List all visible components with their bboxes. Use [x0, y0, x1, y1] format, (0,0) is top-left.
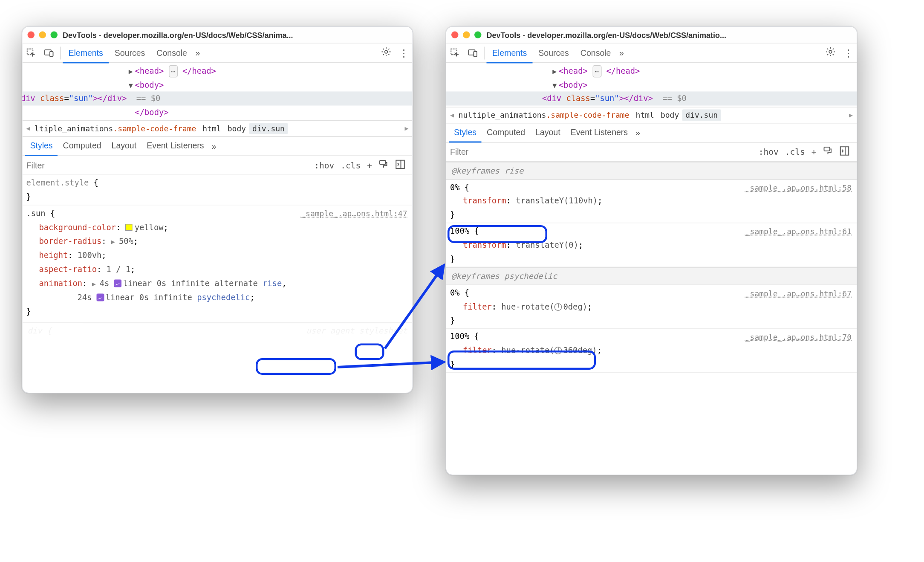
breadcrumb[interactable]: ◀ nultiple_animations.sample-code-frame … [446, 107, 857, 123]
subtab-listeners[interactable]: Event Listeners [141, 136, 209, 156]
rule-element-style[interactable]: element.style { } [23, 175, 413, 205]
rule-sun[interactable]: _sample_.ap…ons.html:47 .sun { backgroun… [23, 205, 413, 323]
subtab-computed[interactable]: Computed [482, 123, 530, 142]
animation-link-psychedelic[interactable]: psychedelic [197, 292, 250, 302]
svg-rect-12 [840, 147, 849, 155]
dom-tree[interactable]: ▶<head> ⋯ </head> ▼<body> <div class="su… [23, 63, 413, 120]
tab-console[interactable]: Console [151, 43, 193, 62]
computed-pane-icon[interactable] [392, 159, 409, 171]
cls-toggle[interactable]: .cls [782, 147, 808, 156]
more-tabs-icon[interactable]: » [617, 48, 627, 58]
kf-rise-100[interactable]: _sample_.ap…ons.html:61 100% { transform… [446, 223, 857, 267]
styles-rules: element.style { } _sample_.ap…ons.html:4… [23, 175, 413, 337]
kf-rise-0[interactable]: _sample_.ap…ons.html:58 0% { transform: … [446, 180, 857, 223]
source-link[interactable]: _sample_.ap…ons.html:67 [745, 287, 852, 301]
computed-pane-icon[interactable] [836, 145, 853, 158]
tab-console[interactable]: Console [575, 43, 617, 62]
paint-icon[interactable] [820, 145, 836, 158]
new-rule-icon[interactable]: + [364, 160, 375, 170]
window-title: DevTools - developer.mozilla.org/en-US/d… [487, 30, 726, 39]
breadcrumb[interactable]: ◀ ltiple_animations.sample-code-frame ht… [23, 120, 413, 137]
subtabs-more-icon[interactable]: » [209, 141, 219, 151]
kf-psy-0[interactable]: _sample_.ap…ons.html:67 0% { filter: hue… [446, 285, 857, 329]
filter-row: :hov .cls + [446, 142, 857, 162]
filter-input[interactable] [450, 147, 755, 156]
tab-elements[interactable]: Elements [487, 43, 533, 62]
window-title: DevTools - developer.mozilla.org/en-US/d… [63, 30, 293, 39]
cls-toggle[interactable]: .cls [338, 160, 364, 170]
main-tabbar: Elements Sources Console » ⋮ [23, 43, 413, 63]
subtab-styles[interactable]: Styles [25, 136, 58, 156]
subtab-layout[interactable]: Layout [530, 123, 566, 142]
device-icon[interactable] [464, 43, 482, 62]
tab-sources[interactable]: Sources [533, 43, 575, 62]
more-tabs-icon[interactable]: » [193, 48, 202, 58]
filter-row: :hov .cls + [23, 156, 413, 175]
subtab-layout[interactable]: Layout [107, 136, 142, 156]
gear-icon[interactable] [377, 47, 395, 59]
window-controls [451, 32, 482, 39]
subtab-listeners[interactable]: Event Listeners [566, 123, 633, 142]
minimize-icon[interactable] [463, 32, 470, 39]
keyframes-header-rise: @keyframes rise [446, 162, 857, 180]
titlebar: DevTools - developer.mozilla.org/en-US/d… [446, 27, 857, 43]
close-icon[interactable] [451, 32, 459, 39]
source-link[interactable]: _sample_.ap…ons.html:47 [301, 207, 407, 220]
hov-toggle[interactable]: :hov [311, 160, 338, 170]
svg-point-3 [385, 50, 388, 53]
subtab-computed[interactable]: Computed [58, 136, 107, 156]
svg-rect-11 [824, 147, 830, 151]
minimize-icon[interactable] [39, 32, 46, 39]
bezier-icon[interactable] [114, 280, 122, 287]
zoom-icon[interactable] [51, 32, 58, 39]
devtools-window-left: DevTools - developer.mozilla.org/en-US/d… [22, 26, 413, 394]
dom-tree[interactable]: ▶<head> ⋯ </head> ▼<body> ⋯ <div class="… [446, 63, 857, 107]
styles-subpanels: Styles Computed Layout Event Listeners » [446, 123, 857, 142]
source-link[interactable]: _sample_.ap…ons.html:61 [745, 225, 852, 239]
close-icon[interactable] [28, 32, 35, 39]
svg-rect-5 [396, 160, 404, 169]
angle-icon[interactable] [554, 303, 562, 310]
zoom-icon[interactable] [474, 32, 482, 39]
kf-psy-100[interactable]: _sample_.ap…ons.html:70 100% { filter: h… [446, 329, 857, 373]
paint-icon[interactable] [375, 159, 392, 171]
main-tabbar: Elements Sources Console » ⋮ [446, 43, 857, 63]
source-link[interactable]: _sample_.ap…ons.html:58 [745, 181, 852, 195]
subtabs-more-icon[interactable]: » [633, 127, 643, 137]
tab-elements[interactable]: Elements [63, 43, 109, 62]
subtab-styles[interactable]: Styles [449, 123, 482, 142]
filter-input[interactable] [26, 160, 311, 170]
devtools-window-right: DevTools - developer.mozilla.org/en-US/d… [446, 26, 858, 475]
angle-icon[interactable] [554, 347, 562, 354]
gear-icon[interactable] [822, 47, 840, 59]
keyframes-rules: @keyframes rise _sample_.ap…ons.html:58 … [446, 162, 857, 373]
keyframes-header-psychedelic: @keyframes psychedelic [446, 267, 857, 285]
titlebar: DevTools - developer.mozilla.org/en-US/d… [23, 27, 413, 43]
window-controls [28, 32, 58, 39]
animation-link-rise[interactable]: rise [263, 278, 282, 288]
bezier-icon[interactable] [97, 293, 104, 301]
svg-rect-2 [50, 51, 53, 56]
kebab-icon[interactable]: ⋮ [840, 47, 857, 58]
kebab-icon[interactable]: ⋮ [395, 47, 413, 58]
source-link[interactable]: _sample_.ap…ons.html:70 [745, 331, 852, 345]
selected-marker: == $0 [136, 94, 160, 104]
hov-toggle[interactable]: :hov [755, 147, 782, 156]
styles-subpanels: Styles Computed Layout Event Listeners » [23, 137, 413, 156]
svg-rect-9 [474, 51, 477, 56]
svg-point-10 [829, 50, 832, 53]
tab-sources[interactable]: Sources [109, 43, 151, 62]
device-icon[interactable] [40, 43, 58, 62]
new-rule-icon[interactable]: + [808, 147, 820, 156]
inspect-icon[interactable] [23, 43, 40, 62]
inspect-icon[interactable] [446, 43, 464, 62]
svg-rect-4 [380, 160, 386, 164]
